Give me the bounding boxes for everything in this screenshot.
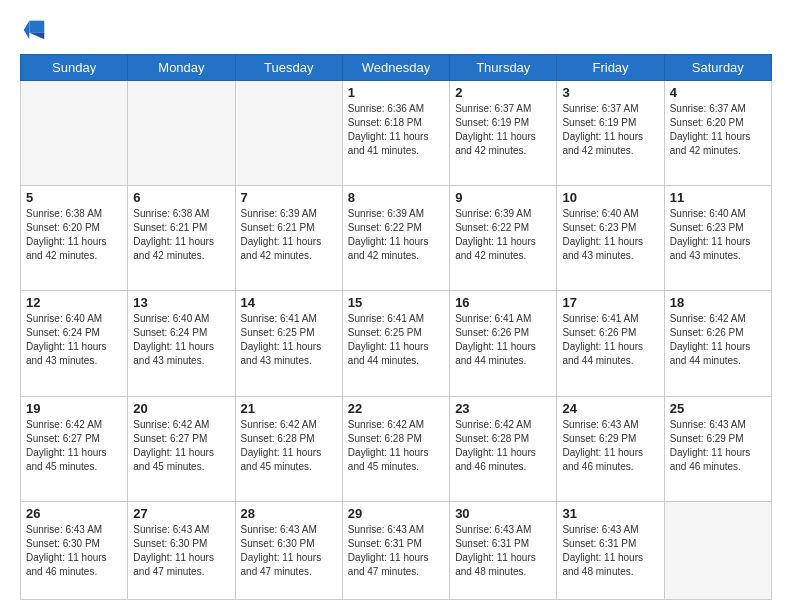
svg-marker-0 xyxy=(29,21,44,33)
day-info: Sunrise: 6:41 AM Sunset: 6:26 PM Dayligh… xyxy=(455,312,551,368)
day-cell: 9Sunrise: 6:39 AM Sunset: 6:22 PM Daylig… xyxy=(450,186,557,291)
day-info: Sunrise: 6:39 AM Sunset: 6:22 PM Dayligh… xyxy=(348,207,444,263)
day-cell: 4Sunrise: 6:37 AM Sunset: 6:20 PM Daylig… xyxy=(664,81,771,186)
day-number: 17 xyxy=(562,295,658,310)
day-info: Sunrise: 6:43 AM Sunset: 6:29 PM Dayligh… xyxy=(670,418,766,474)
day-info: Sunrise: 6:43 AM Sunset: 6:31 PM Dayligh… xyxy=(455,523,551,579)
weekday-header-thursday: Thursday xyxy=(450,55,557,81)
day-cell: 13Sunrise: 6:40 AM Sunset: 6:24 PM Dayli… xyxy=(128,291,235,396)
day-number: 7 xyxy=(241,190,337,205)
day-number: 22 xyxy=(348,401,444,416)
logo-icon xyxy=(20,16,48,44)
day-number: 15 xyxy=(348,295,444,310)
day-cell: 22Sunrise: 6:42 AM Sunset: 6:28 PM Dayli… xyxy=(342,396,449,501)
day-cell: 3Sunrise: 6:37 AM Sunset: 6:19 PM Daylig… xyxy=(557,81,664,186)
day-number: 4 xyxy=(670,85,766,100)
day-number: 30 xyxy=(455,506,551,521)
day-info: Sunrise: 6:43 AM Sunset: 6:29 PM Dayligh… xyxy=(562,418,658,474)
day-info: Sunrise: 6:37 AM Sunset: 6:19 PM Dayligh… xyxy=(455,102,551,158)
day-cell: 18Sunrise: 6:42 AM Sunset: 6:26 PM Dayli… xyxy=(664,291,771,396)
day-number: 12 xyxy=(26,295,122,310)
header xyxy=(20,16,772,44)
day-cell: 19Sunrise: 6:42 AM Sunset: 6:27 PM Dayli… xyxy=(21,396,128,501)
day-number: 19 xyxy=(26,401,122,416)
day-info: Sunrise: 6:42 AM Sunset: 6:26 PM Dayligh… xyxy=(670,312,766,368)
calendar-table: SundayMondayTuesdayWednesdayThursdayFrid… xyxy=(20,54,772,600)
day-cell: 28Sunrise: 6:43 AM Sunset: 6:30 PM Dayli… xyxy=(235,501,342,599)
day-cell xyxy=(128,81,235,186)
day-number: 20 xyxy=(133,401,229,416)
day-number: 26 xyxy=(26,506,122,521)
weekday-header-sunday: Sunday xyxy=(21,55,128,81)
day-number: 13 xyxy=(133,295,229,310)
day-cell: 1Sunrise: 6:36 AM Sunset: 6:18 PM Daylig… xyxy=(342,81,449,186)
day-info: Sunrise: 6:42 AM Sunset: 6:28 PM Dayligh… xyxy=(241,418,337,474)
day-cell: 27Sunrise: 6:43 AM Sunset: 6:30 PM Dayli… xyxy=(128,501,235,599)
day-info: Sunrise: 6:43 AM Sunset: 6:30 PM Dayligh… xyxy=(241,523,337,579)
week-row-1: 5Sunrise: 6:38 AM Sunset: 6:20 PM Daylig… xyxy=(21,186,772,291)
week-row-0: 1Sunrise: 6:36 AM Sunset: 6:18 PM Daylig… xyxy=(21,81,772,186)
day-info: Sunrise: 6:37 AM Sunset: 6:20 PM Dayligh… xyxy=(670,102,766,158)
day-cell: 14Sunrise: 6:41 AM Sunset: 6:25 PM Dayli… xyxy=(235,291,342,396)
day-info: Sunrise: 6:42 AM Sunset: 6:27 PM Dayligh… xyxy=(26,418,122,474)
day-cell: 15Sunrise: 6:41 AM Sunset: 6:25 PM Dayli… xyxy=(342,291,449,396)
day-cell: 2Sunrise: 6:37 AM Sunset: 6:19 PM Daylig… xyxy=(450,81,557,186)
day-info: Sunrise: 6:42 AM Sunset: 6:28 PM Dayligh… xyxy=(455,418,551,474)
day-number: 5 xyxy=(26,190,122,205)
day-number: 24 xyxy=(562,401,658,416)
day-info: Sunrise: 6:40 AM Sunset: 6:24 PM Dayligh… xyxy=(26,312,122,368)
day-number: 25 xyxy=(670,401,766,416)
day-info: Sunrise: 6:37 AM Sunset: 6:19 PM Dayligh… xyxy=(562,102,658,158)
weekday-header-wednesday: Wednesday xyxy=(342,55,449,81)
day-cell: 29Sunrise: 6:43 AM Sunset: 6:31 PM Dayli… xyxy=(342,501,449,599)
day-cell: 23Sunrise: 6:42 AM Sunset: 6:28 PM Dayli… xyxy=(450,396,557,501)
day-number: 8 xyxy=(348,190,444,205)
day-info: Sunrise: 6:43 AM Sunset: 6:30 PM Dayligh… xyxy=(133,523,229,579)
day-info: Sunrise: 6:41 AM Sunset: 6:25 PM Dayligh… xyxy=(241,312,337,368)
day-cell: 5Sunrise: 6:38 AM Sunset: 6:20 PM Daylig… xyxy=(21,186,128,291)
day-number: 27 xyxy=(133,506,229,521)
day-number: 2 xyxy=(455,85,551,100)
calendar-page: SundayMondayTuesdayWednesdayThursdayFrid… xyxy=(0,0,792,612)
day-info: Sunrise: 6:39 AM Sunset: 6:22 PM Dayligh… xyxy=(455,207,551,263)
day-cell xyxy=(664,501,771,599)
day-info: Sunrise: 6:42 AM Sunset: 6:28 PM Dayligh… xyxy=(348,418,444,474)
day-number: 18 xyxy=(670,295,766,310)
day-cell: 16Sunrise: 6:41 AM Sunset: 6:26 PM Dayli… xyxy=(450,291,557,396)
day-cell xyxy=(21,81,128,186)
day-number: 28 xyxy=(241,506,337,521)
day-cell xyxy=(235,81,342,186)
day-cell: 8Sunrise: 6:39 AM Sunset: 6:22 PM Daylig… xyxy=(342,186,449,291)
day-info: Sunrise: 6:41 AM Sunset: 6:25 PM Dayligh… xyxy=(348,312,444,368)
day-info: Sunrise: 6:40 AM Sunset: 6:23 PM Dayligh… xyxy=(670,207,766,263)
day-number: 1 xyxy=(348,85,444,100)
day-info: Sunrise: 6:43 AM Sunset: 6:31 PM Dayligh… xyxy=(562,523,658,579)
day-info: Sunrise: 6:41 AM Sunset: 6:26 PM Dayligh… xyxy=(562,312,658,368)
svg-marker-1 xyxy=(29,33,44,40)
day-info: Sunrise: 6:43 AM Sunset: 6:30 PM Dayligh… xyxy=(26,523,122,579)
day-cell: 11Sunrise: 6:40 AM Sunset: 6:23 PM Dayli… xyxy=(664,186,771,291)
day-cell: 12Sunrise: 6:40 AM Sunset: 6:24 PM Dayli… xyxy=(21,291,128,396)
weekday-header-tuesday: Tuesday xyxy=(235,55,342,81)
day-number: 16 xyxy=(455,295,551,310)
day-number: 9 xyxy=(455,190,551,205)
day-cell: 6Sunrise: 6:38 AM Sunset: 6:21 PM Daylig… xyxy=(128,186,235,291)
day-cell: 30Sunrise: 6:43 AM Sunset: 6:31 PM Dayli… xyxy=(450,501,557,599)
day-number: 21 xyxy=(241,401,337,416)
day-cell: 31Sunrise: 6:43 AM Sunset: 6:31 PM Dayli… xyxy=(557,501,664,599)
day-number: 29 xyxy=(348,506,444,521)
day-cell: 25Sunrise: 6:43 AM Sunset: 6:29 PM Dayli… xyxy=(664,396,771,501)
day-info: Sunrise: 6:43 AM Sunset: 6:31 PM Dayligh… xyxy=(348,523,444,579)
day-number: 3 xyxy=(562,85,658,100)
day-cell: 10Sunrise: 6:40 AM Sunset: 6:23 PM Dayli… xyxy=(557,186,664,291)
weekday-header-row: SundayMondayTuesdayWednesdayThursdayFrid… xyxy=(21,55,772,81)
svg-marker-2 xyxy=(24,21,30,40)
day-cell: 7Sunrise: 6:39 AM Sunset: 6:21 PM Daylig… xyxy=(235,186,342,291)
week-row-2: 12Sunrise: 6:40 AM Sunset: 6:24 PM Dayli… xyxy=(21,291,772,396)
day-info: Sunrise: 6:36 AM Sunset: 6:18 PM Dayligh… xyxy=(348,102,444,158)
logo xyxy=(20,16,52,44)
weekday-header-friday: Friday xyxy=(557,55,664,81)
day-info: Sunrise: 6:38 AM Sunset: 6:21 PM Dayligh… xyxy=(133,207,229,263)
day-info: Sunrise: 6:42 AM Sunset: 6:27 PM Dayligh… xyxy=(133,418,229,474)
day-number: 11 xyxy=(670,190,766,205)
